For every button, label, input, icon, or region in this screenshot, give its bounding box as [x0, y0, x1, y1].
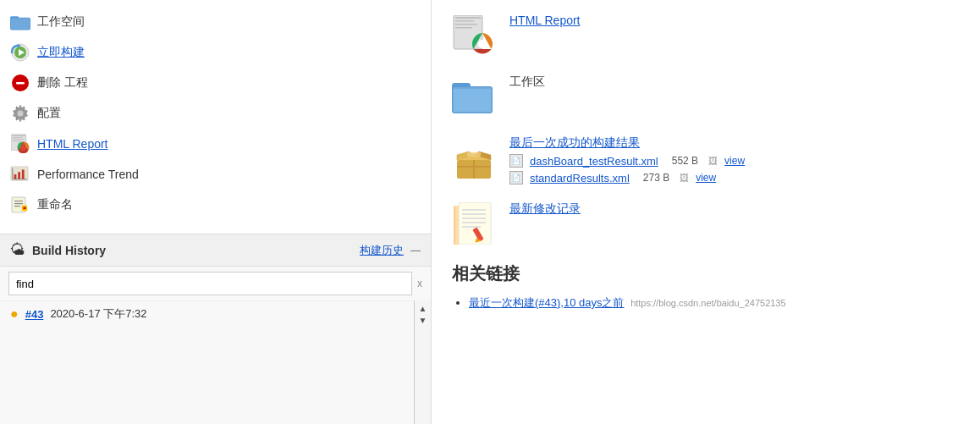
scroll-up-button[interactable]: ▲ — [419, 304, 427, 314]
recent-changes-content-text: 最新修改记录 — [509, 201, 581, 217]
sidebar-item-rename[interactable]: 重命名 — [0, 190, 431, 220]
file-view-link-2[interactable]: view — [696, 172, 716, 184]
related-link-1[interactable]: 最近一次构建(#43),10 days之前 — [469, 296, 625, 309]
svg-rect-34 — [455, 24, 477, 25]
svg-rect-33 — [455, 20, 474, 22]
related-url-preview: https://blog.csdn.net/baidu_24752135 — [630, 298, 785, 308]
sidebar-item-delete[interactable]: 删除 工程 — [0, 68, 431, 98]
file-view-link-1[interactable]: view — [724, 155, 745, 167]
file-list: 📄 dashBoard_testResult.xml 552 B 🖼 view … — [509, 154, 745, 184]
svg-rect-2 — [11, 19, 30, 30]
html-report-content-text: HTML Report — [509, 14, 581, 27]
svg-rect-35 — [455, 27, 472, 29]
sidebar: 工作空间 立即构建 删除 工程 — [0, 0, 432, 424]
svg-rect-27 — [14, 206, 20, 206]
last-success-link[interactable]: 最后一次成功的构建结果 — [509, 135, 745, 151]
build-history-search-row: x — [0, 267, 431, 300]
sidebar-item-performance-trend[interactable]: Performance Trend — [0, 159, 431, 190]
build-history-dash: — — [410, 245, 421, 256]
html-report-label: HTML Report — [37, 137, 108, 151]
build-history-icon: 🌤 — [10, 241, 25, 259]
file-name-2[interactable]: standardResults.xml — [530, 172, 630, 184]
file-icon-1: 📄 — [509, 154, 523, 168]
build-history-search-input[interactable] — [8, 272, 412, 295]
file-icon-2: 📄 — [509, 171, 523, 184]
file-row-1: 📄 dashBoard_testResult.xml 552 B 🖼 view — [509, 154, 745, 168]
svg-rect-49 — [462, 209, 486, 211]
related-section: 相关链接 最近一次构建(#43),10 days之前 https://blog.… — [452, 262, 960, 311]
svg-rect-25 — [14, 201, 23, 201]
last-success-content-row: 最后一次成功的构建结果 📄 dashBoard_testResult.xml 5… — [452, 135, 960, 184]
file-name-1[interactable]: dashBoard_testResult.xml — [530, 155, 658, 168]
configure-label: 配置 — [37, 106, 61, 121]
workspace-content-text: 工作区 — [509, 74, 545, 90]
last-success-content-text: 最后一次成功的构建结果 📄 dashBoard_testResult.xml 5… — [509, 135, 745, 184]
recent-changes-link[interactable]: 最新修改记录 — [509, 201, 581, 217]
sidebar-item-workspace[interactable]: 工作空间 — [0, 7, 431, 37]
trend-icon — [10, 164, 30, 184]
main-content: HTML Report 工作区 — [432, 0, 980, 424]
svg-rect-8 — [16, 82, 25, 85]
file-view-icon-2: 🖼 — [680, 173, 689, 183]
build-now-label: 立即构建 — [37, 45, 85, 60]
svg-rect-32 — [455, 17, 481, 19]
build-number[interactable]: #43 — [25, 308, 44, 321]
gear-icon — [10, 103, 30, 124]
last-success-icon — [452, 135, 496, 179]
svg-rect-50 — [462, 213, 486, 215]
svg-rect-43 — [467, 152, 481, 157]
sidebar-item-build-now[interactable]: 立即构建 — [0, 37, 431, 68]
svg-point-10 — [18, 111, 24, 117]
search-clear-button[interactable]: x — [417, 278, 422, 289]
build-status-icon: ● — [10, 306, 19, 322]
rename-label: 重命名 — [37, 197, 73, 212]
recent-changes-icon — [452, 201, 496, 245]
list-item: 最近一次构建(#43),10 days之前 https://blog.csdn.… — [469, 295, 960, 311]
related-list: 最近一次构建(#43),10 days之前 https://blog.csdn.… — [452, 295, 960, 311]
workspace-label-main: 工作区 — [509, 74, 545, 90]
build-date: 2020-6-17 下午7:32 — [50, 306, 146, 322]
folder-icon — [10, 12, 30, 32]
svg-rect-52 — [462, 222, 486, 223]
build-now-icon — [10, 42, 30, 63]
file-size-2: 273 B — [643, 172, 669, 184]
workspace-content-row: 工作区 — [452, 74, 960, 118]
svg-rect-21 — [14, 174, 17, 179]
svg-rect-51 — [462, 218, 486, 219]
html-report-link[interactable]: HTML Report — [509, 14, 581, 27]
svg-rect-14 — [13, 139, 25, 140]
scroll-down-button[interactable]: ▼ — [419, 316, 427, 326]
html-report-content-row: HTML Report — [452, 14, 960, 58]
svg-rect-22 — [18, 172, 20, 179]
svg-rect-53 — [462, 226, 481, 228]
build-list: ● #43 2020-6-17 下午7:32 — [0, 300, 414, 424]
build-area: ● #43 2020-6-17 下午7:32 ▲ ▼ — [0, 300, 431, 424]
file-size-1: 552 B — [672, 155, 698, 167]
delete-icon — [10, 73, 30, 93]
svg-rect-15 — [13, 141, 21, 142]
build-history-section: 🌤 Build History 构建历史 — x ● #43 2020-6-17… — [0, 234, 431, 424]
svg-rect-23 — [22, 169, 25, 179]
svg-rect-26 — [14, 203, 23, 204]
build-history-title: Build History — [32, 244, 106, 257]
build-history-header: 🌤 Build History 构建历史 — — [0, 234, 431, 267]
svg-point-37 — [478, 40, 487, 48]
sidebar-item-configure[interactable]: 配置 — [0, 98, 431, 129]
rename-icon — [10, 195, 30, 215]
html-report-icon — [10, 134, 30, 154]
build-scroll-controls: ▲ ▼ — [414, 300, 431, 424]
file-row-2: 📄 standardResults.xml 273 B 🖼 view — [509, 171, 745, 184]
build-history-title-cn[interactable]: 构建历史 — [360, 243, 404, 258]
sidebar-item-html-report[interactable]: HTML Report — [0, 129, 431, 159]
svg-rect-13 — [13, 137, 23, 138]
related-section-title: 相关链接 — [452, 262, 960, 285]
file-view-icon-1: 🖼 — [708, 156, 718, 166]
html-report-content-icon — [452, 14, 496, 58]
svg-rect-12 — [13, 135, 25, 136]
delete-label: 删除 工程 — [37, 75, 88, 91]
workspace-content-icon — [452, 74, 496, 118]
table-row[interactable]: ● #43 2020-6-17 下午7:32 — [0, 300, 414, 327]
svg-rect-41 — [454, 89, 491, 112]
sidebar-menu: 工作空间 立即构建 删除 工程 — [0, 0, 431, 227]
recent-changes-content-row: 最新修改记录 — [452, 201, 960, 245]
